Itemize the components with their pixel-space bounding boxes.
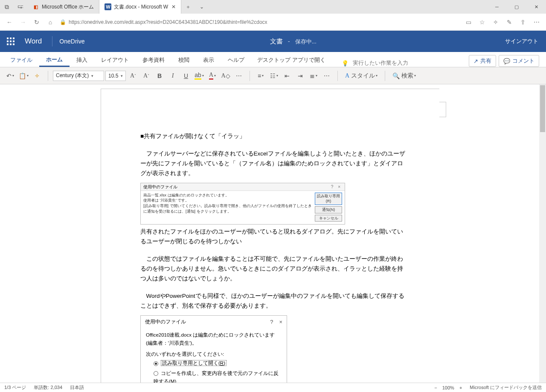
tab-aside-icon[interactable]: ⧉: [0, 0, 14, 14]
new-tab-button[interactable]: ＋: [181, 3, 195, 11]
language[interactable]: 日本語: [70, 384, 84, 391]
refresh-button[interactable]: ↻: [30, 15, 44, 29]
doc-heading[interactable]: ■共有ファイルが開けなくて「イラッ」: [140, 132, 405, 141]
bullets-button[interactable]: ≡▾: [255, 70, 267, 82]
word-appbar: Word OneDrive 文書 - 保存中... サインアウト: [0, 31, 546, 52]
tab-layout[interactable]: レイアウト: [94, 53, 136, 67]
share-icon: ↗: [473, 58, 478, 64]
open-in-desktop[interactable]: デスクトップ アプリで開く: [251, 53, 331, 67]
page-tab-marker: [439, 102, 446, 117]
home-button[interactable]: ⌂: [44, 15, 57, 29]
status-bar: 1/3 ページ 単語数: 2,034 日本語 − 100% + Microsof…: [0, 383, 546, 392]
decrease-indent-button[interactable]: ⇤: [281, 70, 293, 82]
office-icon: ◧: [32, 3, 39, 10]
font-size-select[interactable]: 10.5▾: [105, 71, 126, 81]
doc-caption[interactable]: 共有されたファイルをほかのユーザーが開いていると現れるダイアログ。先にファイルを…: [140, 227, 405, 247]
page-count[interactable]: 1/3 ページ: [4, 384, 26, 391]
vertical-scrollbar[interactable]: [539, 84, 546, 383]
tab-review[interactable]: 校閲: [171, 53, 196, 67]
app-launcher-button[interactable]: [0, 31, 21, 52]
underline-button[interactable]: U: [180, 70, 192, 82]
tab-title: Microsoft Office ホーム: [42, 3, 94, 11]
ribbon-toolbar: ↶▾ 📋▾ ✧ Century (本文)▾ 10.5▾ A˄ A˅ B I U …: [0, 67, 546, 84]
highlight-button[interactable]: ab▾: [193, 70, 205, 82]
comment-icon: 💬: [503, 58, 510, 64]
app-name[interactable]: Word: [21, 37, 49, 46]
doc-paragraph[interactable]: この状態ではファイルを編集することは不可能で、先にファイルを開いたユーザーの作業…: [140, 254, 405, 284]
zoom-out-button[interactable]: −: [432, 385, 439, 390]
reading-view-icon[interactable]: ▭: [462, 15, 475, 29]
notes-icon[interactable]: ✎: [502, 15, 516, 29]
clear-format-button[interactable]: A◇: [220, 70, 232, 82]
tab-actions-icon[interactable]: ⮓: [14, 0, 27, 14]
more-font-button[interactable]: ⋯: [233, 70, 245, 82]
save-status: 保存中...: [295, 38, 317, 45]
tab-home[interactable]: ホーム: [39, 52, 70, 67]
format-painter-button[interactable]: ✧: [31, 70, 43, 82]
feedback-link[interactable]: Microsoft にフィードバックを送信: [470, 384, 542, 391]
find-button[interactable]: 🔍 検索▾: [390, 70, 418, 82]
zoom-in-button[interactable]: +: [457, 385, 465, 390]
document-name[interactable]: 文書: [270, 37, 283, 45]
embedded-dialog-2: 使用中のファイル?× Office2010連載.docx は編集のためにロックさ…: [140, 315, 287, 383]
back-button[interactable]: ←: [3, 15, 16, 29]
align-button[interactable]: ≣▾: [308, 70, 319, 82]
grow-font-button[interactable]: A˄: [127, 70, 139, 82]
doc-paragraph[interactable]: ファイルサーバーなどに保存されているExcelファイルを編集しようと開いたとき、…: [140, 149, 405, 179]
divider: [52, 36, 52, 46]
close-tab-icon[interactable]: ✕: [171, 4, 176, 10]
browser-addressbar: ← → ↻ ⌂ 🔒 https://onedrive.live.com/edit…: [0, 14, 546, 31]
minimize-button[interactable]: ─: [487, 0, 507, 14]
tab-help[interactable]: ヘルプ: [221, 53, 251, 67]
more-icon[interactable]: ⋯: [530, 15, 543, 29]
ribbon-tabs: ファイル ホーム 挿入 レイアウト 参考資料 校閲 表示 ヘルプ デスクトップ …: [0, 52, 546, 67]
tab-file[interactable]: ファイル: [3, 53, 39, 67]
url-field[interactable]: 🔒 https://onedrive.live.com/edit.aspx?re…: [57, 16, 462, 28]
bold-button[interactable]: B: [154, 70, 166, 82]
signout-link[interactable]: サインアウト: [497, 37, 546, 45]
tab-view[interactable]: 表示: [196, 53, 221, 67]
tab-overflow-icon[interactable]: ⌄: [195, 4, 209, 10]
doc-paragraph[interactable]: WordやPowerPointでも同様で、ほかのユーザーが編集中のファイルを開い…: [140, 291, 405, 311]
close-window-button[interactable]: ✕: [526, 0, 546, 14]
word-count[interactable]: 単語数: 2,034: [34, 384, 62, 391]
italic-button[interactable]: I: [167, 70, 179, 82]
favorite-icon[interactable]: ☆: [475, 15, 489, 29]
tab-title: 文書.docx - Microsoft W: [114, 3, 168, 11]
document-canvas[interactable]: ■共有ファイルが開けなくて「イラッ」 ファイルサーバーなどに保存されているExc…: [0, 84, 546, 383]
zoom-level[interactable]: 100%: [440, 385, 457, 390]
lock-icon: 🔒: [60, 19, 66, 25]
browser-tab-0[interactable]: ◧ Microsoft Office ホーム: [27, 0, 99, 14]
browser-titlebar: ⧉ ⮓ ◧ Microsoft Office ホーム W 文書.docx - M…: [0, 0, 546, 14]
forward-button[interactable]: →: [16, 15, 30, 29]
bulb-icon: 💡: [342, 60, 349, 66]
maximize-button[interactable]: ▢: [507, 0, 526, 14]
embedded-dialog-1: 使用中のファイル? × 商品一覧.xlsx は編集のためロックされています。 使…: [140, 183, 345, 225]
share-browser-icon[interactable]: ⇪: [516, 15, 530, 29]
comments-button[interactable]: 💬コメント: [499, 55, 539, 67]
paste-button[interactable]: 📋▾: [17, 70, 30, 82]
url-text: https://onedrive.live.com/edit.aspx?resi…: [69, 19, 267, 25]
tab-references[interactable]: 参考資料: [136, 53, 171, 67]
page[interactable]: ■共有ファイルが開けなくて「イラッ」 ファイルサーバーなどに保存されているExc…: [101, 89, 439, 383]
tab-insert[interactable]: 挿入: [70, 53, 94, 67]
tell-me-search[interactable]: 💡 実行したい作業を入力: [331, 59, 414, 67]
onedrive-link[interactable]: OneDrive: [55, 38, 89, 45]
styles-button[interactable]: A スタイル▾: [343, 70, 380, 82]
undo-button[interactable]: ↶▾: [4, 70, 16, 82]
word-icon: W: [105, 3, 111, 10]
document-title-area: 文書 - 保存中...: [89, 37, 497, 46]
browser-tab-1[interactable]: W 文書.docx - Microsoft W ✕: [99, 0, 181, 14]
favorites-hub-icon[interactable]: ✧: [489, 15, 502, 29]
numbering-button[interactable]: ☷▾: [268, 70, 280, 82]
share-button[interactable]: ↗共有: [469, 55, 496, 67]
more-para-button[interactable]: ⋯: [321, 70, 333, 82]
scroll-thumb[interactable]: [540, 85, 545, 132]
font-color-button[interactable]: A▾: [206, 70, 218, 82]
font-family-select[interactable]: Century (本文)▾: [53, 71, 104, 81]
shrink-font-button[interactable]: A˅: [140, 70, 152, 82]
increase-indent-button[interactable]: ⇥: [294, 70, 306, 82]
